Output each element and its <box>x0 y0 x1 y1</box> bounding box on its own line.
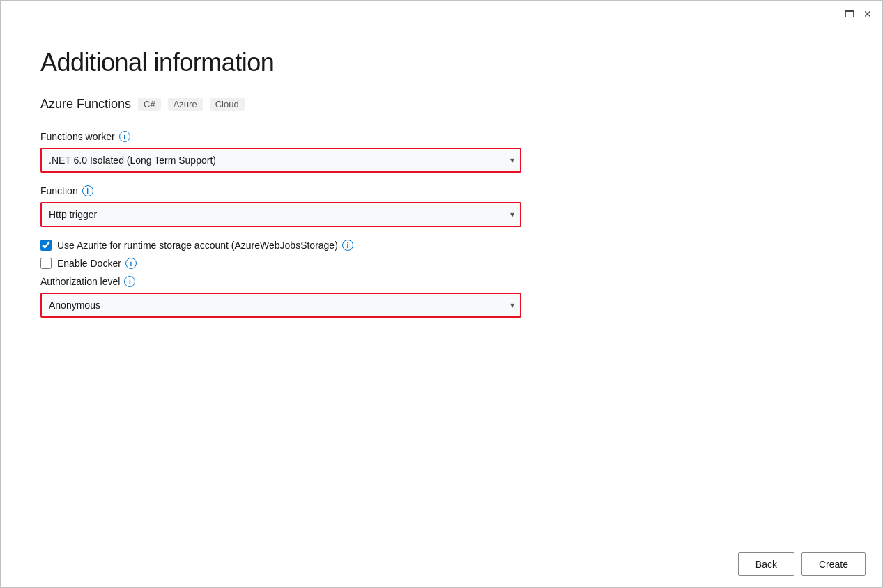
function-info-icon[interactable]: i <box>82 185 93 196</box>
function-select[interactable]: Http trigger Timer trigger Queue trigger <box>40 202 521 227</box>
create-button[interactable]: Create <box>801 552 866 576</box>
function-select-wrapper: Http trigger Timer trigger Queue trigger… <box>40 202 521 227</box>
tag-cloud: Cloud <box>210 98 245 111</box>
close-button[interactable]: ✕ <box>861 8 874 20</box>
maximize-button[interactable]: 🗖 <box>843 8 856 20</box>
subtitle-text: Azure Functions <box>40 97 131 111</box>
function-section: Function i Http trigger Timer trigger Qu… <box>40 185 843 227</box>
page-content: Additional information Azure Functions C… <box>1 27 882 541</box>
functions-worker-select[interactable]: .NET 6.0 Isolated (Long Term Support) .N… <box>40 148 521 173</box>
tag-csharp: C# <box>138 98 161 111</box>
footer: Back Create <box>1 541 882 587</box>
use-azurite-row: Use Azurite for runtime storage account … <box>40 240 843 251</box>
function-label: Function i <box>40 185 843 196</box>
page-title: Additional information <box>40 48 843 77</box>
use-azurite-checkbox[interactable] <box>40 240 52 251</box>
main-window: 🗖 ✕ Additional information Azure Functio… <box>0 0 883 588</box>
subtitle-row: Azure Functions C# Azure Cloud <box>40 97 843 111</box>
enable-docker-info-icon[interactable]: i <box>125 258 137 269</box>
authorization-level-label: Authorization level i <box>40 276 843 287</box>
enable-docker-row: Enable Docker i <box>40 258 843 269</box>
authorization-level-select-wrapper: Anonymous Function Admin ▾ <box>40 293 521 318</box>
authorization-level-select[interactable]: Anonymous Function Admin <box>40 293 521 318</box>
enable-docker-checkbox[interactable] <box>40 258 52 269</box>
tag-azure: Azure <box>168 98 203 111</box>
use-azurite-info-icon[interactable]: i <box>342 240 353 251</box>
functions-worker-label: Functions worker i <box>40 131 843 142</box>
functions-worker-section: Functions worker i .NET 6.0 Isolated (Lo… <box>40 131 843 173</box>
functions-worker-info-icon[interactable]: i <box>119 131 130 142</box>
title-bar: 🗖 ✕ <box>1 1 882 27</box>
use-azurite-label: Use Azurite for runtime storage account … <box>57 240 353 251</box>
authorization-level-section: Authorization level i Anonymous Function… <box>40 276 843 318</box>
authorization-level-info-icon[interactable]: i <box>124 276 135 287</box>
functions-worker-select-wrapper: .NET 6.0 Isolated (Long Term Support) .N… <box>40 148 521 173</box>
back-button[interactable]: Back <box>738 552 794 576</box>
enable-docker-label: Enable Docker i <box>57 258 137 269</box>
